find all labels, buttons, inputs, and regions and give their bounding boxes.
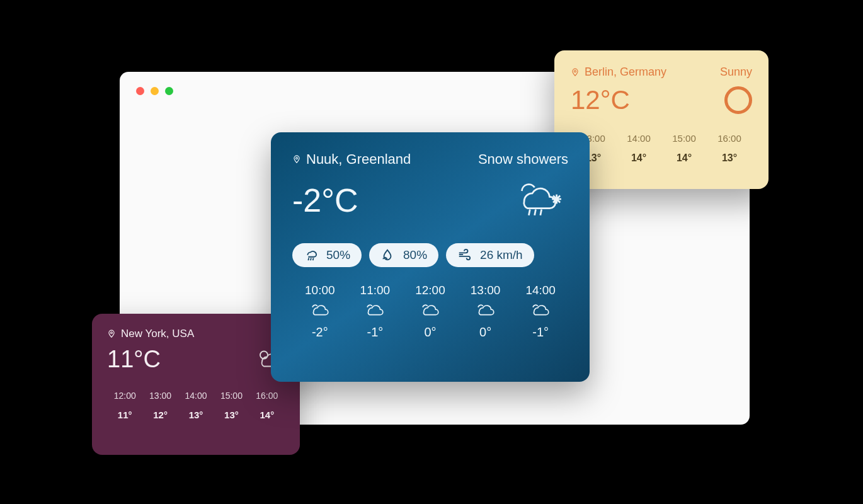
forecast-temp: -1° — [513, 325, 568, 340]
weather-card-nuuk[interactable]: Nuuk, Greenland Snow showers -2°C — [271, 132, 590, 382]
weather-stats: 50% 80% 26 km/h — [292, 243, 568, 267]
location-row: Berlin, Germany — [571, 66, 666, 79]
forecast-temp: 11° — [107, 410, 142, 420]
svg-line-5 — [535, 210, 536, 215]
wind-value: 26 km/h — [480, 248, 523, 262]
forecast-hour: 16:00 13° — [707, 133, 752, 164]
forecast-temp: 0° — [458, 325, 513, 340]
svg-line-11 — [308, 258, 309, 261]
location-row: Nuuk, Greenland — [292, 151, 411, 168]
svg-point-0 — [111, 332, 113, 334]
forecast-time: 14:00 — [616, 133, 661, 144]
forecast-hour: 12:00 11° — [107, 391, 142, 420]
forecast-temp: 13° — [707, 152, 752, 164]
forecast-temp: 14° — [616, 152, 661, 164]
svg-line-4 — [529, 210, 530, 215]
sun-icon — [724, 86, 752, 114]
forecast-time: 16:00 — [249, 391, 285, 401]
weather-card-newyork[interactable]: New York, USA C 11°C 12:00 11° 13:00 12°… — [92, 314, 300, 455]
window-controls — [136, 87, 173, 95]
forecast-temp: 0° — [403, 325, 458, 340]
forecast-time: 13:00 — [458, 284, 513, 297]
forecast-time: 13:00 — [142, 391, 178, 401]
forecast-hour: 14:00 13° — [178, 391, 214, 420]
forecast-time: 10:00 — [292, 284, 348, 297]
forecast-hour: 15:00 14° — [661, 133, 707, 164]
forecast-temp: 13° — [178, 410, 214, 420]
maximize-window-button[interactable] — [165, 87, 173, 95]
forecast-hour: 14:00 14° — [616, 133, 661, 164]
location-text: Nuuk, Greenland — [306, 151, 411, 168]
current-temperature: 11°C — [107, 346, 161, 373]
wind-pill: 26 km/h — [446, 243, 534, 267]
forecast-hour: 12:00 0° — [403, 284, 458, 340]
forecast-time: 14:00 — [178, 391, 214, 401]
location-text: New York, USA — [121, 328, 194, 340]
svg-line-6 — [540, 210, 542, 215]
forecast-temp: 14° — [249, 410, 285, 420]
forecast-hour: 13:00 0° — [458, 284, 513, 340]
cloudy-icon — [348, 301, 403, 321]
forecast-hour: 15:00 13° — [214, 391, 249, 420]
forecast-hour: 14:00 -1° — [513, 284, 568, 340]
precipitation-value: 50% — [326, 248, 350, 262]
forecast-temp: -1° — [348, 325, 403, 340]
forecast-hour: 11:00 -1° — [348, 284, 403, 340]
location-pin-icon — [107, 328, 116, 340]
cloudy-icon — [513, 301, 568, 321]
snow-showers-icon — [510, 176, 568, 224]
hourly-forecast: 10:00 -2° 11:00 -1° 12:00 0° 13:00 0° 14… — [292, 284, 568, 340]
svg-line-12 — [311, 258, 311, 261]
forecast-temp: 14° — [661, 152, 707, 164]
hourly-forecast: 12:00 11° 13:00 12° 14:00 13° 15:00 13° … — [107, 391, 285, 420]
hourly-forecast: 13:00 13° 14:00 14° 15:00 14° 16:00 13° — [571, 133, 752, 164]
condition-text: Sunny — [720, 66, 752, 79]
forecast-temp: 12° — [142, 410, 178, 420]
forecast-time: 15:00 — [214, 391, 249, 401]
forecast-time: 12:00 — [403, 284, 458, 297]
forecast-hour: 13:00 12° — [142, 391, 178, 420]
svg-point-2 — [574, 70, 576, 72]
close-window-button[interactable] — [136, 87, 144, 95]
forecast-time: 14:00 — [513, 284, 568, 297]
forecast-time: 12:00 — [107, 391, 142, 401]
forecast-hour: 16:00 14° — [249, 391, 285, 420]
svg-line-13 — [313, 258, 314, 261]
cloudy-icon — [458, 301, 513, 321]
svg-point-3 — [296, 158, 298, 159]
humidity-pill: 80% — [369, 243, 438, 267]
forecast-time: 16:00 — [707, 133, 752, 144]
location-row: New York, USA — [107, 328, 194, 340]
location-text: Berlin, Germany — [585, 66, 666, 79]
cloudy-icon — [403, 301, 458, 321]
wind-icon — [457, 248, 471, 262]
humidity-value: 80% — [403, 248, 427, 262]
forecast-time: 15:00 — [661, 133, 707, 144]
precipitation-pill: 50% — [292, 243, 362, 267]
rain-icon — [304, 248, 317, 262]
condition-text: Snow showers — [478, 151, 568, 168]
current-temperature: -2°C — [292, 181, 358, 219]
forecast-temp: 13° — [214, 410, 249, 420]
forecast-time: 11:00 — [348, 284, 403, 297]
forecast-hour: 10:00 -2° — [292, 284, 348, 340]
humidity-icon — [380, 248, 394, 262]
location-pin-icon — [571, 67, 580, 78]
current-temperature: 12°C — [571, 85, 630, 115]
cloudy-icon — [292, 301, 348, 321]
forecast-temp: -2° — [292, 325, 348, 340]
minimize-window-button[interactable] — [151, 87, 159, 95]
location-pin-icon — [292, 154, 301, 165]
